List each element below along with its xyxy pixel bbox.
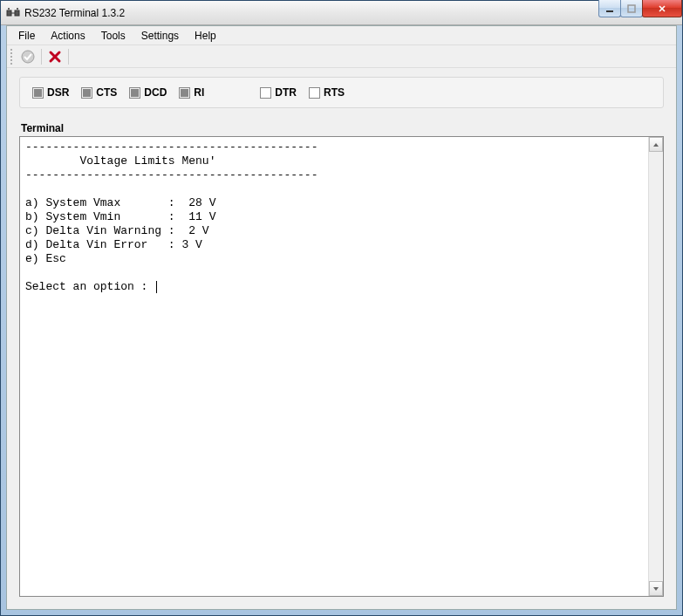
terminal-output[interactable]: ----------------------------------------…	[20, 137, 648, 596]
signal-cts: CTS	[81, 86, 117, 99]
window-controls	[599, 0, 682, 17]
control-label: RTS	[324, 86, 345, 99]
terminal-section: Terminal -------------------------------…	[19, 122, 664, 597]
window-title: RS232 Terminal 1.3.2	[24, 7, 125, 19]
led-icon	[32, 87, 44, 99]
control-rts[interactable]: RTS	[309, 86, 345, 99]
signal-dsr: DSR	[32, 86, 69, 99]
menu-settings[interactable]: Settings	[133, 28, 187, 44]
led-icon	[129, 87, 140, 99]
menu-file[interactable]: File	[10, 28, 43, 44]
signal-label: DCD	[144, 86, 167, 99]
svg-rect-5	[606, 10, 613, 12]
signal-panel: DSR CTS DCD RI DTR	[19, 77, 664, 108]
signal-label: CTS	[96, 86, 117, 99]
svg-rect-1	[15, 10, 19, 16]
close-button[interactable]	[642, 0, 682, 17]
disconnect-button[interactable]	[45, 47, 65, 66]
svg-rect-6	[628, 5, 635, 12]
checkbox-icon[interactable]	[309, 87, 320, 99]
signal-label: DSR	[47, 86, 69, 99]
scrollbar[interactable]	[648, 137, 663, 596]
maximize-button[interactable]	[620, 0, 643, 17]
menu-tools[interactable]: Tools	[93, 28, 133, 44]
toolbar	[7, 45, 676, 68]
svg-point-4	[17, 8, 18, 10]
menu-help[interactable]: Help	[187, 28, 224, 44]
app-icon	[6, 6, 20, 20]
svg-point-9	[22, 51, 34, 63]
toolbar-grip[interactable]	[10, 49, 15, 65]
led-icon	[81, 87, 92, 99]
led-icon	[179, 87, 190, 99]
toolbar-separator	[41, 49, 42, 65]
app-window: RS232 Terminal 1.3.2 File Actions Tools …	[0, 0, 683, 616]
terminal-label: Terminal	[19, 122, 664, 134]
connect-button[interactable]	[18, 47, 38, 66]
signal-dcd: DCD	[129, 86, 167, 99]
content-area: DSR CTS DCD RI DTR	[7, 68, 676, 609]
checkbox-icon[interactable]	[260, 87, 271, 99]
menu-actions[interactable]: Actions	[43, 28, 92, 44]
minimize-button[interactable]	[598, 0, 621, 17]
text-cursor	[156, 281, 157, 293]
signal-ri: RI	[179, 86, 204, 99]
svg-rect-0	[7, 10, 11, 16]
svg-point-3	[8, 8, 10, 10]
scroll-up-button[interactable]	[649, 137, 663, 152]
control-label: DTR	[275, 86, 297, 99]
toolbar-separator	[68, 49, 69, 65]
menubar: File Actions Tools Settings Help	[7, 26, 676, 45]
control-dtr[interactable]: DTR	[260, 86, 297, 99]
titlebar[interactable]: RS232 Terminal 1.3.2	[1, 1, 682, 25]
terminal-container: ----------------------------------------…	[19, 136, 664, 597]
scroll-down-button[interactable]	[649, 581, 663, 596]
signal-label: RI	[194, 86, 204, 99]
client-area: File Actions Tools Settings Help	[6, 25, 677, 610]
